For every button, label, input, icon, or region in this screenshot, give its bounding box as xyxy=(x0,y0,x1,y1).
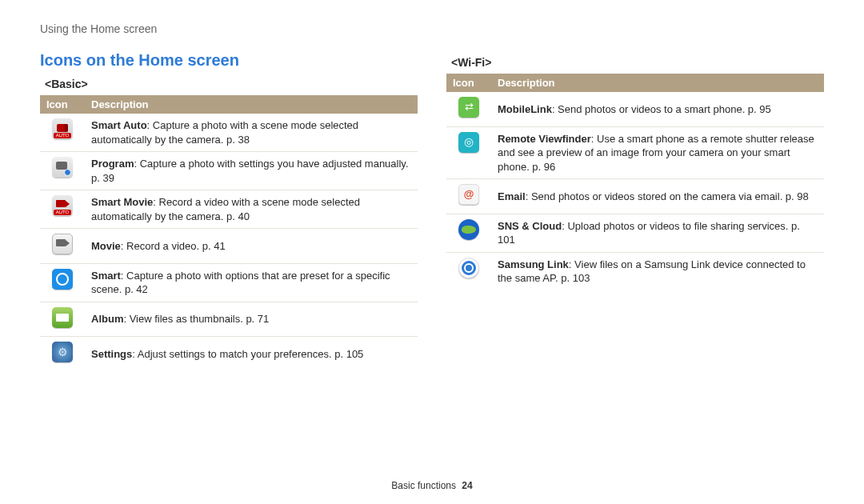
table-row: Smart: Capture a photo with options that… xyxy=(40,263,418,302)
page: Using the Home screen Icons on the Home … xyxy=(0,0,864,504)
desc-cell: Album: View files as thumbnails. p. 71 xyxy=(85,302,418,337)
table-row: Samsung Link: View files on a Samsung Li… xyxy=(446,252,824,290)
th-icon: Icon xyxy=(40,95,85,114)
desc-cell: Settings: Adjust settings to match your … xyxy=(85,337,418,371)
table-row: Movie: Record a video. p. 41 xyxy=(40,229,418,264)
movie-icon xyxy=(52,234,73,254)
th-description: Description xyxy=(491,74,824,92)
mobilelink-icon xyxy=(458,97,479,118)
desc-cell: Email: Send photos or videos stored on t… xyxy=(491,179,824,214)
table-row: Smart Auto: Capture a photo with a scene… xyxy=(40,114,418,152)
wifi-table: Icon Description MobileLink: Send photos… xyxy=(446,74,824,290)
table-row: Settings: Adjust settings to match your … xyxy=(40,337,418,371)
left-column: Icons on the Home screen <Basic> Icon De… xyxy=(40,51,418,371)
desc-cell: Remote Viewfinder: Use a smart phone as … xyxy=(491,126,824,179)
table-row: Remote Viewfinder: Use a smart phone as … xyxy=(446,126,824,179)
table-row: Program: Capture a photo with settings y… xyxy=(40,152,418,190)
table-row: SNS & Cloud: Upload photos or videos to … xyxy=(446,214,824,252)
settings-icon xyxy=(52,342,73,362)
table-row: Smart Movie: Record a video with a scene… xyxy=(40,190,418,229)
subheading-basic: <Basic> xyxy=(45,78,418,90)
footer: Basic functions 24 xyxy=(0,480,864,491)
th-description: Description xyxy=(85,95,418,114)
desc-cell: SNS & Cloud: Upload photos or videos to … xyxy=(491,214,824,252)
desc-cell: Samsung Link: View files on a Samsung Li… xyxy=(491,252,824,290)
table-row: Email: Send photos or videos stored on t… xyxy=(446,179,824,214)
desc-cell: Smart Movie: Record a video with a scene… xyxy=(85,190,418,229)
sns-cloud-icon xyxy=(458,219,479,240)
th-icon: Icon xyxy=(446,74,491,92)
section-title: Icons on the Home screen xyxy=(40,51,418,70)
smart-icon xyxy=(52,269,73,290)
breadcrumb: Using the Home screen xyxy=(40,22,824,35)
page-number: 24 xyxy=(462,480,472,491)
samsung-link-icon xyxy=(458,258,479,278)
album-icon xyxy=(52,307,73,328)
desc-cell: Smart Auto: Capture a photo with a scene… xyxy=(85,114,418,152)
desc-cell: Movie: Record a video. p. 41 xyxy=(85,229,418,264)
footer-section: Basic functions xyxy=(391,480,456,491)
smart-movie-icon xyxy=(52,195,73,216)
desc-cell: MobileLink: Send photos or videos to a s… xyxy=(491,92,824,126)
desc-cell: Smart: Capture a photo with options that… xyxy=(85,263,418,302)
smart-auto-icon xyxy=(52,118,73,139)
desc-cell: Program: Capture a photo with settings y… xyxy=(85,152,418,190)
content-columns: Icons on the Home screen <Basic> Icon De… xyxy=(40,51,824,371)
table-row: Album: View files as thumbnails. p. 71 xyxy=(40,302,418,337)
basic-table: Icon Description Smart Auto: Capture a p… xyxy=(40,95,418,371)
table-row: MobileLink: Send photos or videos to a s… xyxy=(446,92,824,126)
remote-viewfinder-icon xyxy=(458,132,479,153)
email-icon xyxy=(458,184,479,205)
program-icon xyxy=(52,157,73,178)
subheading-wifi: <Wi-Fi> xyxy=(451,56,824,69)
right-column: <Wi-Fi> Icon Description MobileLink: Sen… xyxy=(446,51,824,371)
